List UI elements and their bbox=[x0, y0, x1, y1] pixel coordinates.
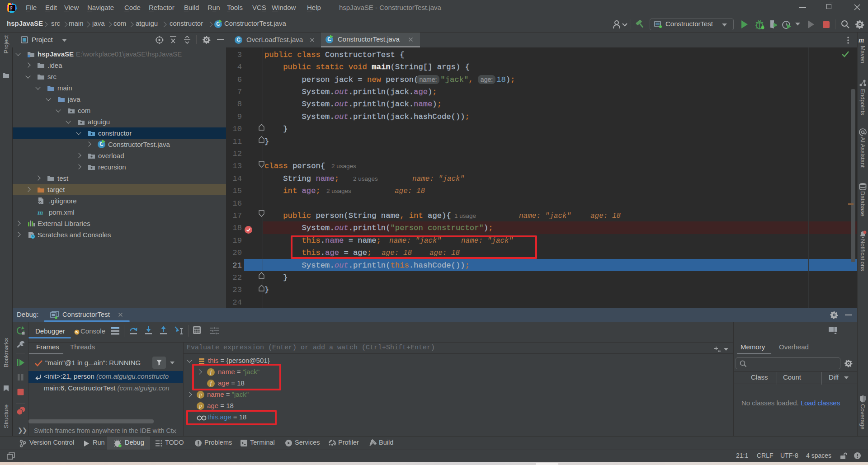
svg-text:IJ: IJ bbox=[10, 6, 13, 9]
